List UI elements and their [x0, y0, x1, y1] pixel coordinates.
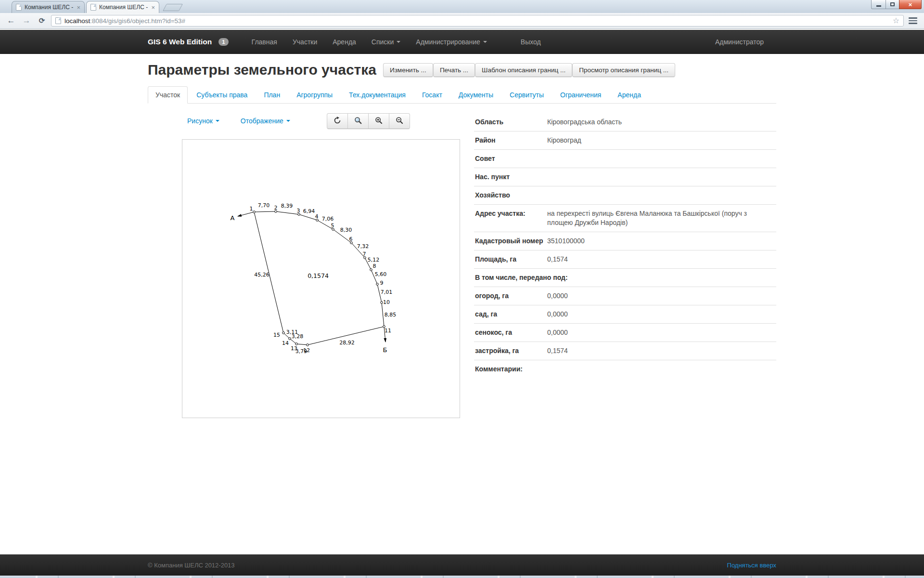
- boundary-vertex: [253, 211, 256, 213]
- browser-tab-title: Компания ШЕЛС - Проф: [99, 4, 148, 11]
- navbar-item-главная[interactable]: Главная: [244, 38, 285, 46]
- menu-display[interactable]: Отображение: [241, 117, 290, 125]
- drawing-column: Рисунок Отображение АБ123456789101112131…: [148, 113, 474, 418]
- property-row: РайонКіровоград: [474, 131, 776, 150]
- url-text[interactable]: localhost:8084/gis/gis6/object.htm?id=53…: [64, 17, 185, 25]
- property-label: Хозяйство: [475, 191, 547, 200]
- bookmark-star-icon[interactable]: ☆: [893, 17, 899, 25]
- browser-tab[interactable]: Компания ШЕЛС - Проф×: [86, 1, 159, 13]
- property-value: 3510100000: [547, 236, 776, 246]
- action-button[interactable]: Просмотр описания границ ...: [572, 63, 675, 77]
- property-label: сенокос, га: [475, 328, 547, 337]
- favicon-page-icon: [16, 4, 22, 11]
- tab-тех.документация[interactable]: Тех.документация: [341, 86, 413, 104]
- tab-план[interactable]: План: [256, 86, 288, 104]
- edge-length-label: 7,32: [357, 243, 369, 250]
- property-label: Площадь, га: [475, 255, 547, 264]
- edge-length-label: 45,26: [254, 272, 270, 278]
- property-label: Район: [475, 136, 547, 145]
- property-value: Кіровоградська область: [547, 118, 776, 127]
- zoom-out-button[interactable]: [389, 113, 410, 129]
- property-value: на перехресті вулиць Євгена Маланюка та …: [547, 209, 776, 227]
- vertex-number-label: 6: [349, 236, 353, 242]
- navbar-item-администрирование[interactable]: Администрирование: [408, 38, 495, 46]
- boundary-vertex: [370, 269, 372, 271]
- browser-tab[interactable]: Компания ШЕЛС - Проф×: [12, 1, 85, 13]
- action-button[interactable]: Печать ...: [433, 63, 475, 77]
- chevron-down-icon: [216, 120, 219, 122]
- tab-close-icon[interactable]: ×: [151, 4, 155, 11]
- navbar-item-label: Участки: [293, 38, 317, 46]
- edge-length-label: 6,94: [303, 208, 315, 214]
- close-button[interactable]: ×: [899, 0, 922, 9]
- boundary-vertex: [282, 332, 285, 334]
- edge-length-label: 3,79: [295, 348, 308, 355]
- chrome-menu-icon[interactable]: [907, 17, 919, 24]
- navbar-item-списки[interactable]: Списки: [364, 38, 408, 46]
- property-row: Адрес участка:на перехресті вулиць Євген…: [474, 205, 776, 232]
- zoom-in-button[interactable]: [368, 113, 389, 129]
- edge-length-label: 28,92: [339, 340, 355, 346]
- close-icon: ×: [909, 1, 912, 8]
- notification-badge: 1: [218, 38, 228, 46]
- back-button[interactable]: ←: [5, 16, 17, 26]
- minimize-button[interactable]: [871, 0, 886, 9]
- boundary-vertex: [381, 302, 383, 304]
- vertex-number-label: 11: [385, 328, 391, 334]
- property-label: В том числе, передано под:: [475, 273, 568, 282]
- tab-госакт[interactable]: Госакт: [414, 86, 450, 104]
- zoom-extent-button[interactable]: [347, 113, 369, 129]
- restore-button[interactable]: [886, 0, 899, 9]
- boundary-vertex: [289, 338, 291, 340]
- tab-ограничения[interactable]: Ограничения: [552, 86, 609, 104]
- property-value: 0,0000: [547, 328, 776, 337]
- property-value: 0,0000: [547, 291, 776, 301]
- reload-button[interactable]: ⟳: [36, 16, 48, 25]
- property-row: Площадь, га0,1574: [474, 250, 776, 269]
- refresh-button[interactable]: [327, 113, 348, 129]
- scroll-top-link[interactable]: Подняться вверх: [727, 562, 776, 569]
- page-viewport: GIS 6 Web Edition 1 ГлавнаяУчасткиАренда…: [0, 30, 924, 578]
- property-label: Кадастровый номер: [475, 236, 547, 246]
- navbar-item-выход[interactable]: Выход: [513, 38, 549, 46]
- parcel-drawing-canvas[interactable]: АБ1234567891011121314157,708,396,947,068…: [182, 139, 460, 418]
- vertex-number-label: 4: [315, 213, 319, 220]
- forward-button[interactable]: →: [20, 16, 33, 26]
- section-tabs: УчастокСубъекты праваПланАгрогруппыТех.д…: [148, 86, 776, 104]
- vertex-number-label: 15: [273, 332, 280, 338]
- action-button[interactable]: Шаблон описания границ ...: [475, 63, 572, 77]
- vertex-number-label: 8: [373, 263, 376, 269]
- address-bar[interactable]: localhost:8084/gis/gis6/object.htm?id=53…: [51, 15, 904, 26]
- vertex-number-label: 5: [331, 223, 334, 229]
- property-row: Кадастровый номер3510100000: [474, 232, 776, 250]
- new-tab-button[interactable]: [163, 4, 183, 11]
- page-icon: [55, 17, 61, 24]
- taskbar-edge: [0, 576, 924, 578]
- tab-участок[interactable]: Участок: [148, 86, 188, 104]
- boundary-vertex: [307, 344, 309, 346]
- browser-tab-title: Компания ШЕЛС - Проф: [25, 4, 74, 11]
- navbar-item-аренда[interactable]: Аренда: [325, 38, 364, 46]
- navbar-item-участки[interactable]: Участки: [285, 38, 325, 46]
- tab-документы[interactable]: Документы: [451, 86, 501, 104]
- property-label: Нас. пункт: [475, 172, 547, 182]
- tab-агрогруппы[interactable]: Агрогруппы: [289, 86, 340, 104]
- menu-picture[interactable]: Рисунок: [187, 117, 219, 125]
- current-user-label: Администратор: [715, 38, 764, 46]
- property-label: застройка, га: [475, 346, 547, 355]
- tab-close-icon[interactable]: ×: [77, 4, 80, 11]
- vertex-number-label: 1: [250, 206, 253, 212]
- tab-сервитуты[interactable]: Сервитуты: [502, 86, 552, 104]
- zoom-extent-icon: [354, 117, 362, 126]
- edge-length-label: 8,85: [385, 312, 397, 318]
- navbar-item-label: Администрирование: [416, 38, 480, 46]
- tab-аренда[interactable]: Аренда: [610, 86, 649, 104]
- action-button[interactable]: Изменить ...: [383, 63, 433, 77]
- chevron-down-icon: [286, 120, 290, 122]
- adjacent-parcel-label: Б: [383, 346, 387, 354]
- direction-arrow: [238, 212, 254, 216]
- property-value: 0,0000: [547, 310, 776, 319]
- tab-субъекты права[interactable]: Субъекты права: [189, 86, 255, 104]
- vertex-number-label: 2: [274, 205, 278, 211]
- area-label: 0,1574: [308, 272, 329, 279]
